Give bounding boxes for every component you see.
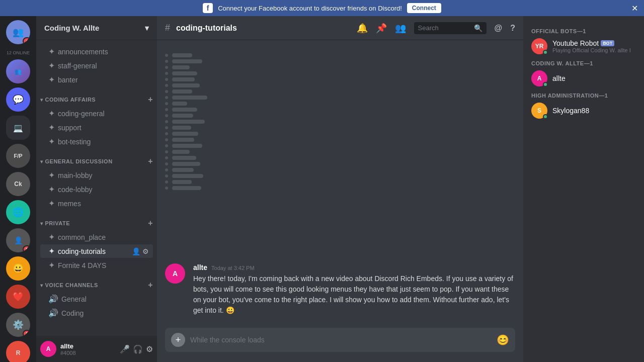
previous-messages-area xyxy=(157,48,523,259)
member-settings-icon[interactable]: 👤 xyxy=(132,247,140,255)
hash-icon-8: ✦ xyxy=(48,185,55,194)
member-item-skylogan88[interactable]: S Skylogan88 xyxy=(527,101,640,121)
category-arrow-icon-4: ▾ xyxy=(40,283,43,288)
member-item-allte[interactable]: A allte xyxy=(527,68,640,88)
category-voice[interactable]: ▾ VOICE CHANNELS + xyxy=(36,273,157,292)
hash-icon-9: ✦ xyxy=(48,199,55,208)
header-actions: 🔔 📌 👥 🔍 @ ? xyxy=(357,22,515,34)
at-icon[interactable]: @ xyxy=(495,24,503,33)
server-badge-8: 8 xyxy=(23,245,30,252)
category-label-voice: VOICE CHANNELS xyxy=(45,282,98,288)
bullet-line xyxy=(165,119,515,125)
channel-item-coding-tutorials[interactable]: ✦ coding-tutorials 👤 ⚙ xyxy=(40,244,153,258)
bullet-line xyxy=(165,95,515,101)
hash-icon-12: ✦ xyxy=(48,260,55,270)
bullet-line xyxy=(165,125,515,131)
bullet-line xyxy=(165,101,515,107)
bullet-line xyxy=(165,113,515,119)
members-icon[interactable]: 👥 xyxy=(395,23,406,34)
category-general-discussion[interactable]: ▾ GENERAL DISCUSSION + xyxy=(36,149,157,168)
channel-item-general-voice[interactable]: 🔊 General xyxy=(40,292,153,306)
banner-close-button[interactable]: ✕ xyxy=(631,4,638,13)
deafen-button[interactable]: 🎧 xyxy=(133,344,143,354)
user-area: A allte #4008 🎤 🎧 ⚙ xyxy=(36,336,157,362)
voice-icon-2: 🔊 xyxy=(48,308,58,318)
bullet-line xyxy=(165,82,515,88)
category-add-icon-2[interactable]: + xyxy=(148,157,153,166)
server-icon-7[interactable]: 🌐 xyxy=(6,200,30,224)
category-coding-affairs[interactable]: ▾ CODING AFFAIRS + xyxy=(36,87,157,106)
help-icon[interactable]: ? xyxy=(510,24,515,33)
mute-button[interactable]: 🎤 xyxy=(120,344,130,354)
category-label-private: PRIVATE xyxy=(45,220,70,226)
member-item-youtube-robot[interactable]: YR Youtube Robot BOT Playing Official Co… xyxy=(527,36,640,56)
voice-icon-1: 🔊 xyxy=(48,294,58,304)
channel-name-staff-general: staff-general xyxy=(58,62,97,70)
channel-item-support[interactable]: ✦ support xyxy=(40,121,153,134)
server-icon-fp[interactable]: F/P xyxy=(6,144,30,168)
server-list: 👥 4 12 ONLINE 👥 💬 💻 F/P Ck 🌐 👤 8 😀 ❤️ ⚙️… xyxy=(0,16,36,362)
chat-area: A allte Today at 3:42 PM Hey there! toda… xyxy=(157,40,523,328)
category-add-icon-3[interactable]: + xyxy=(148,219,153,228)
channel-item-code-lobby[interactable]: ✦ code-lobby xyxy=(40,183,153,196)
channels-list: ✦ announcements ✦ staff-general ✦ banter… xyxy=(36,40,157,336)
message-input-box: + 😊 xyxy=(165,328,515,352)
member-name-wrap-youtube: Youtube Robot BOT Playing Official Codin… xyxy=(552,39,631,53)
server-icon-friends[interactable]: 👥 4 xyxy=(6,20,30,44)
members-category-coding-allte: CODING W. ALLTE—1 xyxy=(527,56,640,68)
server-icon-10[interactable]: ❤️ xyxy=(6,285,30,309)
category-add-icon[interactable]: + xyxy=(148,95,153,104)
hash-icon-4: ✦ xyxy=(48,109,55,118)
bullet-line xyxy=(165,161,515,167)
server-icon-2[interactable]: 👥 xyxy=(6,59,30,83)
server-icon-8[interactable]: 👤 8 xyxy=(6,228,30,252)
server-icon-discord[interactable]: 💬 xyxy=(6,87,30,112)
channel-item-announcements[interactable]: ✦ announcements xyxy=(40,45,153,58)
server-icon-12[interactable]: R xyxy=(6,341,30,362)
hash-icon-7: ✦ xyxy=(48,170,55,180)
channel-name-general-voice: General xyxy=(61,295,87,303)
emoji-button[interactable]: 😊 xyxy=(497,334,509,346)
server-header[interactable]: Coding W. Allte ▾ xyxy=(36,16,157,40)
channel-item-coding-general[interactable]: ✦ coding-general xyxy=(40,107,153,120)
bot-badge: BOT xyxy=(601,40,614,46)
channel-name-code-lobby: code-lobby xyxy=(58,186,93,194)
member-status-online xyxy=(543,50,548,55)
server-icon-coding[interactable]: 💻 xyxy=(6,116,30,140)
bullet-line xyxy=(165,88,515,95)
bullet-line xyxy=(165,137,515,143)
member-name-skylogan88: Skylogan88 xyxy=(552,107,589,115)
server-icon-9[interactable]: 😀 xyxy=(6,256,30,281)
category-private[interactable]: ▾ PRIVATE + xyxy=(36,211,157,230)
right-sidebar: OFFICIAL BOTS—1 YR Youtube Robot BOT Pla… xyxy=(523,16,644,362)
user-settings-button[interactable]: ⚙ xyxy=(146,344,153,354)
bullet-line xyxy=(165,131,515,137)
message-input[interactable] xyxy=(190,336,492,344)
pin-icon[interactable]: 📌 xyxy=(376,23,387,34)
channel-item-fornite[interactable]: ✦ Fornite 4 DAYS xyxy=(40,258,153,272)
bullet-line xyxy=(165,64,515,70)
attachment-button[interactable]: + xyxy=(171,333,185,347)
channel-name-main-lobby: main-lobby xyxy=(58,171,92,179)
channel-item-bot-testing[interactable]: ✦ bot-testing xyxy=(40,135,153,148)
server-icon-11[interactable]: ⚙️ 3 xyxy=(6,313,30,337)
bullet-line xyxy=(165,52,515,58)
gear-icon[interactable]: ⚙ xyxy=(142,247,149,255)
channel-sidebar: Coding W. Allte ▾ ✦ announcements ✦ staf… xyxy=(36,16,157,362)
channel-item-staff-general[interactable]: ✦ staff-general xyxy=(40,59,153,72)
message-input-area: + 😊 xyxy=(157,328,523,362)
search-submit-icon[interactable]: 🔍 xyxy=(474,24,482,32)
search-input[interactable] xyxy=(418,24,471,32)
member-status-allte xyxy=(543,82,548,87)
search-box[interactable]: 🔍 xyxy=(414,22,487,34)
channel-item-common-place[interactable]: ✦ common_place xyxy=(40,230,153,244)
notification-bell-icon[interactable]: 🔔 xyxy=(357,23,368,34)
channel-item-banter[interactable]: ✦ banter xyxy=(40,73,153,86)
channel-item-memes[interactable]: ✦ memes xyxy=(40,197,153,210)
server-icon-ck[interactable]: Ck xyxy=(6,172,30,196)
category-add-icon-4[interactable]: + xyxy=(148,281,153,290)
connect-button[interactable]: Connect xyxy=(407,3,441,13)
bullet-line xyxy=(165,155,515,161)
channel-item-coding-voice[interactable]: 🔊 Coding xyxy=(40,306,153,320)
channel-item-main-lobby[interactable]: ✦ main-lobby xyxy=(40,168,153,182)
